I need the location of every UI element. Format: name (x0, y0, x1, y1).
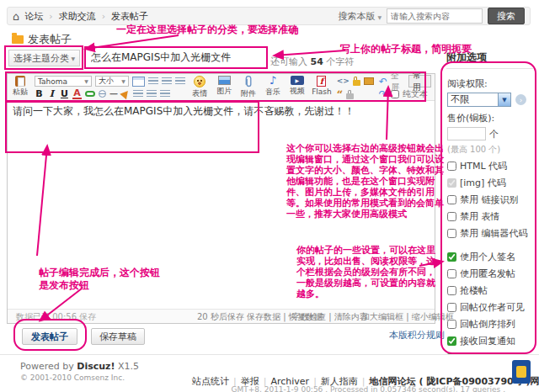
ordered-list-icon[interactable] (147, 90, 157, 98)
option-checkbox-row[interactable]: 回帖仅作者可见 (447, 301, 531, 314)
music-button[interactable]: ♪ 音乐 (263, 76, 282, 98)
search-area: 搜索本版 搜索 (338, 8, 525, 24)
option-checkbox[interactable] (447, 286, 456, 295)
option-checkbox[interactable] (447, 162, 456, 171)
copyright: © 2001-2010 Comsenz Inc. (20, 373, 125, 382)
option-label: 禁用 表情 (460, 210, 500, 223)
image-button[interactable]: 图片 (215, 76, 234, 97)
option-checkbox-row[interactable]: 使用个人签名 (447, 251, 531, 263)
align-center-icon[interactable] (162, 77, 172, 85)
search-input[interactable] (387, 8, 483, 24)
post-title-input[interactable] (88, 50, 270, 66)
home-icon[interactable]: ⌂ (13, 10, 19, 23)
option-checkbox[interactable] (447, 252, 456, 262)
page-title-row: 发表帖子 (12, 32, 72, 47)
discuz-brand: Discuz! (77, 361, 115, 372)
paste-icon (15, 76, 25, 87)
video-button[interactable]: ▶ 视频 (287, 76, 307, 97)
option-checkbox[interactable] (447, 303, 456, 312)
plaintext-checkbox[interactable] (391, 90, 399, 98)
format-brush-icon[interactable] (120, 88, 131, 99)
align-right-icon[interactable] (175, 77, 185, 85)
additional-options-panel: 阅读权限: 不限 ▼ › 售价(铜板): 个 (最高 100 个) HTML 代… (447, 72, 531, 392)
read-permission-select[interactable]: 不限 ▼ (447, 93, 511, 107)
indent-icon[interactable] (133, 90, 143, 98)
price-max-hint: (最高 100 个) (447, 144, 531, 156)
save-draft-button[interactable]: 保存草稿 (91, 328, 145, 345)
option-checkbox[interactable] (447, 195, 456, 204)
publish-button[interactable]: 发表帖子 (22, 328, 77, 345)
option-checkbox[interactable] (447, 178, 456, 188)
help-circle-icon[interactable]: › (515, 94, 526, 105)
unlink-icon[interactable] (99, 90, 106, 98)
lock-gray-icon[interactable] (346, 93, 354, 99)
table-icon[interactable] (132, 77, 145, 87)
breadcrumb-forum[interactable]: 论坛 (24, 10, 58, 23)
arrow-to-category (86, 35, 179, 49)
option-label: 回帖仅作者可见 (460, 301, 525, 314)
editor-status-bar: 数据已于 00:56 保存 20 秒后保存 保存数据 | 恢复数据 字数检查 |… (8, 309, 435, 323)
autosave-status: 数据已于 00:56 保存 (16, 311, 96, 323)
option-checkbox[interactable] (447, 269, 456, 278)
flash-button[interactable]: f Flash (312, 76, 332, 96)
common-mode-button[interactable]: 常用 (408, 75, 431, 87)
align-left-icon[interactable] (148, 77, 158, 85)
search-scope-dropdown[interactable]: 搜索本版 (338, 10, 382, 23)
option-label: 使用匿名发帖 (460, 268, 515, 280)
redo-icon[interactable]: ↷ (379, 89, 387, 99)
quote-icon[interactable]: “ (337, 92, 343, 98)
option-checkbox-row[interactable]: 使用匿名发帖 (447, 268, 531, 280)
attachment-button[interactable]: 附件 (239, 76, 259, 99)
font-color-icon[interactable]: A (72, 88, 82, 99)
option-checkbox[interactable] (447, 229, 456, 238)
emoji-button[interactable]: 表情 (190, 76, 210, 99)
lock-icon[interactable] (353, 80, 360, 86)
paste-button[interactable]: 粘贴 (11, 76, 29, 98)
horizontal-rule-icon[interactable]: — (109, 90, 118, 98)
italic-icon[interactable]: I (47, 89, 56, 98)
search-button[interactable]: 搜索 (488, 8, 525, 24)
image-icon (218, 76, 231, 85)
post-content-textarea[interactable]: 请问一下大家，我怎么在MAPGIS中加入光栅文件，请不吝赐教，先谢过！！ (8, 101, 435, 309)
option-checkbox-row[interactable]: 禁用 表情 (447, 210, 531, 223)
points-rule-link[interactable]: 本版积分规则 (389, 329, 445, 342)
option-checkbox-row[interactable]: 抢楼帖 (447, 284, 531, 297)
category-select[interactable]: 选择主题分类 (8, 50, 80, 66)
option-checkbox[interactable] (447, 212, 456, 221)
option-label: HTML 代码 (460, 160, 507, 172)
option-checkbox-row[interactable]: [img] 代码 (447, 177, 531, 189)
price-label: 售价(铜板): (447, 112, 531, 124)
breadcrumb-section[interactable]: 求助交流 (59, 10, 111, 23)
bold-icon[interactable]: B (35, 89, 44, 98)
post-editor: 粘贴 Tahoma 大小 B I U A — (7, 73, 435, 324)
resize-links[interactable]: 加大编辑框 | 缩小编辑框 (361, 311, 454, 323)
option-checkbox[interactable] (447, 336, 456, 346)
package-icon[interactable] (364, 77, 374, 85)
wordcount-links[interactable]: 字数检查 | 清除内容 (292, 311, 368, 323)
chars-remaining: 还可输入 54 个字符 (270, 56, 354, 68)
editor-toolbar: 粘贴 Tahoma 大小 B I U A — (8, 74, 435, 101)
option-label: 接收回复通知 (460, 335, 515, 347)
option-checkbox[interactable] (447, 320, 456, 329)
price-input[interactable] (447, 127, 486, 140)
page-title: 发表帖子 (28, 32, 72, 47)
underline-icon[interactable]: U (60, 89, 69, 98)
insert-link-icon[interactable] (85, 91, 95, 97)
option-checkbox-row[interactable]: 回帖倒序排列 (447, 318, 531, 331)
undo-icon[interactable]: ↶ (379, 77, 387, 87)
paperclip-icon (244, 76, 253, 87)
option-checkbox-row[interactable]: HTML 代码 (447, 160, 531, 172)
option-checkbox-row[interactable]: 禁用 链接识别 (447, 193, 531, 206)
code-icon[interactable]: <> (337, 77, 350, 85)
font-family-select[interactable]: Tahoma (35, 76, 92, 87)
video-icon: ▶ (291, 76, 304, 85)
category-select-label: 选择主题分类 (13, 52, 69, 65)
font-size-select[interactable]: 大小 (95, 76, 129, 87)
option-checkbox-row[interactable]: 接收回复通知 (447, 335, 531, 347)
gmt-processed-line: GMT+8, 2011-1-9 00:56 . Processed in 0.0… (0, 385, 505, 392)
unordered-list-icon[interactable] (160, 90, 170, 98)
option-checkbox-row[interactable]: 禁用 编辑器代码 (447, 227, 531, 240)
select-arrow-icon: ▼ (498, 93, 510, 106)
music-note-icon: ♪ (270, 76, 276, 86)
folder-icon (12, 35, 24, 44)
